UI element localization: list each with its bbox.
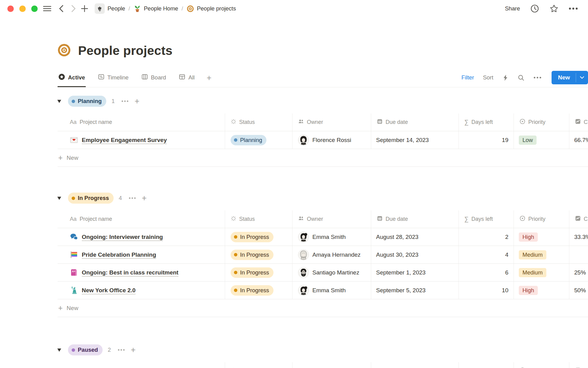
column-header-due-date[interactable]: Due date <box>371 362 459 368</box>
owner-cell[interactable]: Amaya Hernandez <box>292 246 371 263</box>
group-status-pill[interactable]: In Progress <box>68 193 114 204</box>
add-view-icon[interactable]: + <box>207 69 212 87</box>
tab-timeline[interactable]: Timeline <box>97 69 129 87</box>
group-options-icon[interactable] <box>129 197 136 199</box>
project-name-cell[interactable]: Ongoing: Interviewer training <box>58 228 225 246</box>
column-header-status[interactable]: Status <box>225 113 292 131</box>
group-collapse-toggle-icon[interactable] <box>57 348 64 352</box>
due-date-cell[interactable]: August 28, 2023 <box>371 228 459 246</box>
new-dropdown-chevron-icon[interactable] <box>576 71 588 84</box>
project-name-cell[interactable]: Pride Celebration Planning <box>58 246 225 263</box>
page-title[interactable]: People projects <box>78 44 172 58</box>
status-tag[interactable]: In Progress <box>231 267 273 278</box>
group-options-icon[interactable] <box>118 349 125 351</box>
due-date-cell[interactable]: September 5, 2023 <box>371 282 459 299</box>
column-header-status[interactable]: Status <box>225 210 292 228</box>
owner-cell[interactable]: Emma Smith <box>292 282 371 299</box>
due-date-cell[interactable]: September 1, 2023 <box>371 264 459 281</box>
column-header-owner[interactable]: Owner <box>292 113 371 131</box>
completion-cell[interactable]: 66.7% <box>569 131 588 149</box>
column-header-owner[interactable]: Owner <box>292 362 371 368</box>
column-header-days-left[interactable]: ∑Days left <box>459 362 514 368</box>
project-name-link[interactable]: Employee Engagement Survey <box>82 137 167 144</box>
new-row-button[interactable]: + New <box>58 149 588 167</box>
group-status-pill[interactable]: Paused <box>68 344 103 355</box>
project-name-link[interactable]: Ongoing: Interviewer training <box>82 234 163 240</box>
group-options-icon[interactable] <box>121 100 129 102</box>
column-header-priority[interactable]: Priority <box>514 210 569 228</box>
view-options-icon[interactable] <box>533 76 541 79</box>
priority-tag[interactable]: Low <box>519 136 537 145</box>
priority-cell[interactable]: Medium <box>514 246 569 263</box>
project-name-link[interactable]: Ongoing: Best in class recruitment <box>82 269 179 276</box>
owner-cell[interactable]: Florence Rossi <box>292 131 371 149</box>
status-tag[interactable]: In Progress <box>231 232 273 242</box>
status-cell[interactable]: Planning <box>225 131 292 149</box>
project-name-cell[interactable]: A+ Ongoing: Best in class recruitment <box>58 264 225 281</box>
group-collapse-toggle-icon[interactable] <box>57 99 64 103</box>
share-button[interactable]: Share <box>505 5 520 12</box>
owner-cell[interactable]: Emma Smith <box>292 228 371 246</box>
column-header-completion[interactable]: C <box>569 362 588 368</box>
page-target-emoji[interactable] <box>57 43 71 59</box>
completion-cell[interactable]: 50% <box>569 282 588 299</box>
priority-tag[interactable]: High <box>519 232 538 242</box>
status-cell[interactable]: In Progress <box>225 228 292 246</box>
nav-forward-icon[interactable] <box>70 5 77 13</box>
column-header-priority[interactable]: Priority <box>514 362 569 368</box>
status-cell[interactable]: In Progress <box>225 246 292 263</box>
column-header-priority[interactable]: Priority <box>514 113 569 131</box>
column-header-completion[interactable]: C <box>569 210 588 228</box>
priority-cell[interactable]: Low <box>514 131 569 149</box>
group-collapse-toggle-icon[interactable] <box>57 196 64 200</box>
more-options-icon[interactable] <box>569 7 578 10</box>
column-header-status[interactable]: Status <box>225 362 292 368</box>
close-window-button[interactable] <box>7 6 14 12</box>
minimize-window-button[interactable] <box>19 6 26 12</box>
column-header-due-date[interactable]: Due date <box>371 113 459 131</box>
column-header-project-name[interactable]: AaProject name <box>58 362 225 368</box>
table-row[interactable]: A+ Ongoing: Best in class recruitment In… <box>58 264 588 282</box>
column-header-days-left[interactable]: ∑Days left <box>459 210 514 228</box>
completion-cell[interactable]: 25% <box>569 264 588 281</box>
breadcrumb-item[interactable]: People <box>93 2 127 15</box>
priority-tag[interactable]: High <box>519 286 538 295</box>
status-tag[interactable]: In Progress <box>231 285 273 296</box>
column-header-days-left[interactable]: ∑Days left <box>459 113 514 131</box>
tab-all[interactable]: All <box>178 69 195 87</box>
sidebar-menu-icon[interactable] <box>43 5 52 12</box>
table-row[interactable]: New York Office 2.0 In Progress Emma Smi… <box>58 282 588 299</box>
favorite-star-icon[interactable] <box>549 4 559 13</box>
priority-cell[interactable]: High <box>514 228 569 246</box>
project-name-link[interactable]: New York Office 2.0 <box>82 287 136 294</box>
sort-button[interactable]: Sort <box>483 74 493 81</box>
project-name-cell[interactable]: New York Office 2.0 <box>58 282 225 299</box>
breadcrumb-item[interactable]: People Home <box>132 4 180 13</box>
table-row[interactable]: Ongoing: Interviewer training In Progres… <box>58 228 588 246</box>
automation-bolt-icon[interactable] <box>502 74 509 81</box>
history-clock-icon[interactable] <box>530 4 539 13</box>
search-icon[interactable] <box>518 74 525 81</box>
priority-tag[interactable]: Medium <box>519 268 546 277</box>
group-status-pill[interactable]: Planning <box>68 96 106 107</box>
priority-cell[interactable]: Medium <box>514 264 569 281</box>
status-cell[interactable]: In Progress <box>225 264 292 281</box>
owner-cell[interactable]: Santiago Martinez <box>292 264 371 281</box>
tab-active[interactable]: Active <box>58 69 86 87</box>
table-row[interactable]: Pride Celebration Planning In Progress A… <box>58 246 588 264</box>
new-button[interactable]: New <box>552 71 588 84</box>
priority-tag[interactable]: Medium <box>519 250 546 259</box>
group-add-icon[interactable]: + <box>131 346 136 354</box>
due-date-cell[interactable]: August 30, 2023 <box>371 246 459 263</box>
tab-board[interactable]: Board <box>141 69 167 87</box>
group-add-icon[interactable]: + <box>134 97 139 105</box>
group-add-icon[interactable]: + <box>142 194 147 202</box>
column-header-project-name[interactable]: AaProject name <box>58 210 225 228</box>
status-cell[interactable]: In Progress <box>225 282 292 299</box>
column-header-owner[interactable]: Owner <box>292 210 371 228</box>
status-tag[interactable]: Planning <box>231 135 266 145</box>
breadcrumb-item[interactable]: People projects <box>185 4 238 13</box>
zoom-window-button[interactable] <box>31 6 38 12</box>
priority-cell[interactable]: High <box>514 282 569 299</box>
column-header-due-date[interactable]: Due date <box>371 210 459 228</box>
